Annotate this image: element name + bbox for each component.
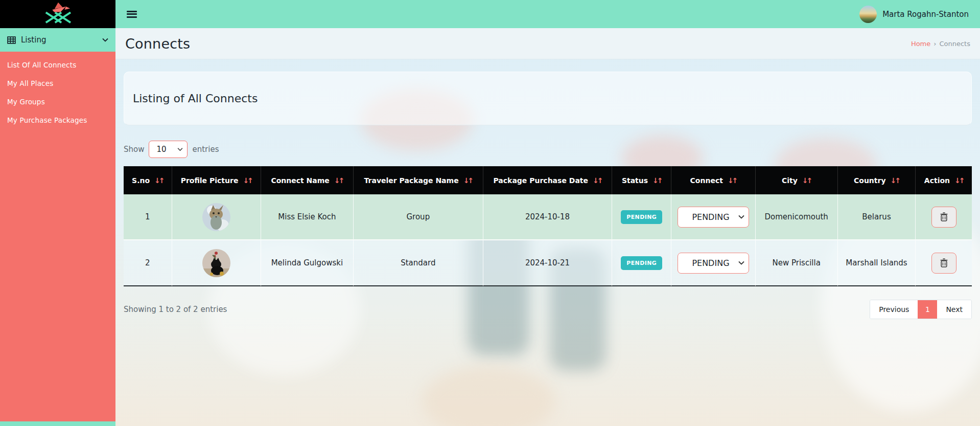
cell-action — [916, 240, 972, 286]
sort-icon[interactable]: ↓↑ — [891, 176, 899, 185]
table-grid-icon — [7, 36, 16, 44]
trash-icon — [940, 258, 948, 267]
col-package-purchase-date[interactable]: Package Purchase Date↓↑ — [483, 166, 612, 194]
profile-picture-tabby-cat — [202, 203, 230, 231]
cell-package-name: Group — [354, 194, 483, 240]
col-sno[interactable]: S.no↓↑ — [124, 166, 172, 194]
sidebar-footer-strip — [0, 421, 115, 426]
page-size-select-wrap: 10 — [149, 141, 188, 158]
delete-button[interactable] — [931, 207, 956, 228]
chevron-down-icon — [102, 38, 108, 42]
sidebar-item-list-of-all-connects[interactable]: List Of All Connects — [0, 56, 115, 74]
cell-country: Marshall Islands — [838, 240, 916, 286]
user-menu[interactable]: Marta Rogahn-Stanton — [859, 6, 969, 23]
topbar: Marta Rogahn-Stanton — [115, 0, 980, 28]
sort-icon[interactable]: ↓↑ — [463, 176, 472, 185]
table-header-row: S.no↓↑ Profile Picture↓↑ Connect Name↓↑ … — [124, 166, 972, 194]
sidebar-item-my-groups[interactable]: My Groups — [0, 93, 115, 111]
sidebar-submenu: List Of All Connects My All Places My Gr… — [0, 52, 115, 129]
user-name: Marta Rogahn-Stanton — [882, 10, 969, 19]
card-title: Listing of All Connects — [133, 92, 258, 105]
cell-profile-picture — [172, 194, 261, 240]
col-profile-picture[interactable]: Profile Picture↓↑ — [172, 166, 261, 194]
main-area: Marta Rogahn-Stanton Connects Home › Con… — [115, 0, 980, 426]
connect-select-wrap: PENDING — [678, 253, 749, 274]
entries-label: entries — [192, 145, 219, 154]
status-badge: PENDING — [621, 210, 662, 224]
cell-connect-name: Melinda Gulgowski — [261, 240, 354, 286]
sort-icon[interactable]: ↓↑ — [154, 176, 163, 185]
showing-entries-text: Showing 1 to 2 of 2 entries — [124, 305, 227, 314]
sort-icon[interactable]: ↓↑ — [593, 176, 601, 185]
show-label: Show — [124, 145, 144, 154]
pagination-previous-button[interactable]: Previous — [870, 300, 918, 319]
sort-icon[interactable]: ↓↑ — [954, 176, 963, 185]
listing-card-header: Listing of All Connects — [124, 72, 972, 125]
col-traveler-package-name[interactable]: Traveler Package Name↓↑ — [354, 166, 483, 194]
cell-package-name: Standard — [354, 240, 483, 286]
cell-action — [916, 194, 972, 240]
connect-select-wrap: PENDING — [678, 207, 749, 228]
sort-icon[interactable]: ↓↑ — [652, 176, 661, 185]
status-badge: PENDING — [621, 256, 662, 270]
cell-city: New Priscilla — [756, 240, 838, 286]
pagination-next-button[interactable]: Next — [937, 300, 971, 319]
col-connect[interactable]: Connect↓↑ — [671, 166, 755, 194]
col-action[interactable]: Action↓↑ — [916, 166, 972, 194]
sidebar-item-my-purchase-packages[interactable]: My Purchase Packages — [0, 111, 115, 129]
pagination-page-1-button[interactable]: 1 — [918, 300, 937, 319]
sort-icon[interactable]: ↓↑ — [334, 176, 343, 185]
page-size-select[interactable]: 10 — [149, 141, 188, 158]
connect-status-select[interactable]: PENDING — [678, 207, 749, 228]
sidebar-item-my-all-places[interactable]: My All Places — [0, 74, 115, 93]
content: Listing of All Connects Show 10 entries — [115, 59, 980, 319]
breadcrumb-separator: › — [934, 40, 936, 48]
cell-connect-name: Miss Elsie Koch — [261, 194, 354, 240]
table-length-controls: Show 10 entries — [124, 141, 972, 158]
cell-status: PENDING — [612, 194, 671, 240]
sidebar: Listing List Of All Connects My All Plac… — [0, 0, 115, 426]
table-row: 2 — [124, 240, 972, 286]
pagination: Previous 1 Next — [870, 300, 972, 319]
user-avatar — [859, 6, 877, 23]
hamburger-menu-icon[interactable] — [127, 11, 137, 18]
col-country[interactable]: Country↓↑ — [838, 166, 916, 194]
col-status[interactable]: Status↓↑ — [612, 166, 671, 194]
cell-status: PENDING — [612, 240, 671, 286]
sort-icon[interactable]: ↓↑ — [728, 176, 736, 185]
breadcrumb-home-link[interactable]: Home — [911, 40, 930, 48]
sort-icon[interactable]: ↓↑ — [243, 176, 251, 185]
trash-icon — [940, 212, 948, 221]
sidebar-item-listing[interactable]: Listing — [0, 28, 115, 52]
col-city[interactable]: City↓↑ — [756, 166, 838, 194]
cell-sno: 1 — [124, 194, 172, 240]
cell-connect-select: PENDING — [671, 194, 755, 240]
table-footer: Showing 1 to 2 of 2 entries Previous 1 N… — [124, 300, 972, 319]
delete-button[interactable] — [931, 253, 956, 274]
table-row: 1 — [124, 194, 972, 240]
app-root: Listing List Of All Connects My All Plac… — [0, 0, 980, 426]
brand-logo[interactable] — [0, 0, 115, 28]
cell-city: Domenicomouth — [756, 194, 838, 240]
cell-sno: 2 — [124, 240, 172, 286]
sidebar-item-label: Listing — [21, 35, 46, 44]
profile-picture-black-cat — [202, 249, 230, 277]
cell-purchase-date: 2024-10-21 — [483, 240, 612, 286]
cell-purchase-date: 2024-10-18 — [483, 194, 612, 240]
connect-status-select[interactable]: PENDING — [678, 253, 749, 274]
col-connect-name[interactable]: Connect Name↓↑ — [261, 166, 354, 194]
breadcrumb: Home › Connects — [911, 40, 970, 48]
cell-profile-picture — [172, 240, 261, 286]
origami-bird-logo-icon — [36, 2, 79, 27]
cell-country: Belarus — [838, 194, 916, 240]
page-header: Connects Home › Connects — [115, 28, 980, 59]
sort-icon[interactable]: ↓↑ — [802, 176, 811, 185]
connects-table: S.no↓↑ Profile Picture↓↑ Connect Name↓↑ … — [124, 166, 972, 286]
page-title: Connects — [125, 36, 190, 52]
cell-connect-select: PENDING — [671, 240, 755, 286]
breadcrumb-current: Connects — [939, 40, 970, 48]
